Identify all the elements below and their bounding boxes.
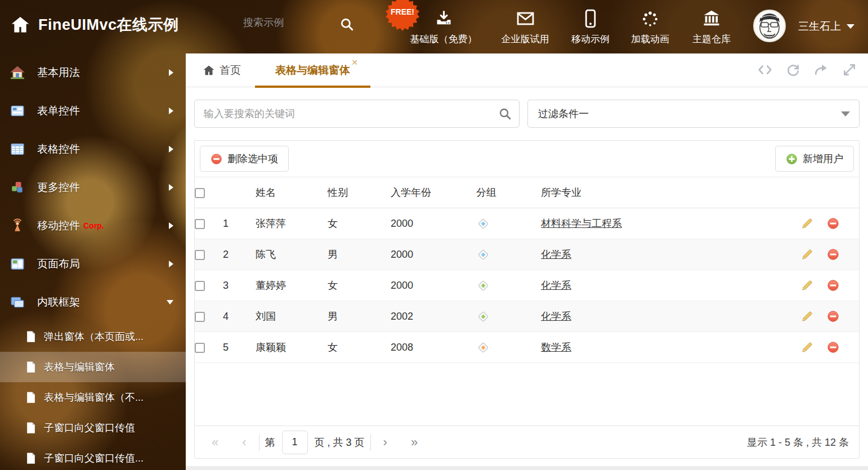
page-bottom-strip <box>186 466 868 470</box>
chevron-down-icon <box>847 24 854 29</box>
sidebar-item-grid-controls[interactable]: 表格控件 <box>0 130 186 168</box>
delete-row-icon[interactable] <box>827 310 839 323</box>
col-gender: 性别 <box>328 177 391 208</box>
row-checkbox[interactable] <box>195 219 205 229</box>
row-checkbox[interactable] <box>195 343 205 353</box>
sidebar-subitem-grid-edit-window-2[interactable]: 表格与编辑窗体（不... <box>0 382 186 413</box>
delete-row-icon[interactable] <box>827 217 839 230</box>
brand[interactable]: FineUIMvc在线示例 <box>10 15 179 35</box>
header-search-input[interactable] <box>243 17 333 29</box>
sidebar-item-page-layout[interactable]: 页面布局 <box>0 245 186 283</box>
prev-page-icon[interactable]: ‹ <box>235 435 253 450</box>
cubes-icon <box>10 180 25 195</box>
sidebar-item-form-controls[interactable]: 表单控件 <box>0 92 186 130</box>
sidebar-item-basic-usage[interactable]: 基本用法 <box>0 53 186 92</box>
sidebar-subitem-popup-window[interactable]: 弹出窗体（本页面或... <box>0 321 186 352</box>
sidebar-item-iframe[interactable]: 内联框架 <box>0 283 186 321</box>
cell-name: 刘国 <box>256 301 328 332</box>
user-grid-panel: 删除选中项 新增用户 姓名 性别 入学年份 分组 <box>194 140 860 459</box>
delete-selected-button[interactable]: 删除选中项 <box>200 146 289 172</box>
major-link[interactable]: 化学系 <box>541 311 571 322</box>
edit-pencil-icon[interactable] <box>801 279 813 292</box>
edit-pencil-icon[interactable] <box>801 217 813 230</box>
cell-name: 董婷婷 <box>256 270 328 301</box>
major-link[interactable]: 化学系 <box>541 280 571 291</box>
source-code-icon[interactable] <box>758 62 772 77</box>
delete-row-icon[interactable] <box>827 341 839 353</box>
home-icon <box>10 15 30 35</box>
row-checkbox[interactable] <box>195 312 205 322</box>
cell-year: 2002 <box>391 301 476 332</box>
pagination-bar: « ‹ 第 页 , 共 3 页 › » 显示 1 - 5 条 , 共 12 条 <box>195 426 859 458</box>
edit-pencil-icon[interactable] <box>801 341 813 353</box>
filter-row: 过滤条件一 <box>194 100 860 128</box>
first-page-icon[interactable]: « <box>205 435 225 450</box>
filter-dropdown[interactable]: 过滤条件一 <box>527 100 860 128</box>
sidebar-subitem-grid-edit-window[interactable]: 表格与编辑窗体 <box>0 352 186 382</box>
page-icon <box>25 330 37 343</box>
nav-basic-edition[interactable]: 基础版（免费） <box>410 9 477 46</box>
cell-name: 陈飞 <box>256 239 328 270</box>
sidebar-item-more-controls[interactable]: 更多控件 <box>0 168 186 207</box>
cell-name: 张萍萍 <box>256 208 328 239</box>
tag-icon <box>476 248 490 262</box>
top-header: FineUIMvc在线示例 FREE! 基础版（免费） 企业版试用 移动示例 <box>0 0 868 53</box>
page-icon <box>25 391 37 404</box>
page-label-before: 第 <box>265 436 275 449</box>
main-panel: 首页 表格与编辑窗体 ✕ 过滤条件一 <box>186 53 868 470</box>
major-link[interactable]: 数学系 <box>541 342 571 353</box>
search-icon[interactable] <box>498 107 512 120</box>
tab-grid-edit-window[interactable]: 表格与编辑窗体 ✕ <box>255 53 370 87</box>
row-checkbox[interactable] <box>195 281 205 291</box>
keyword-search-input[interactable] <box>194 100 520 128</box>
major-link[interactable]: 材料科学与工程系 <box>541 218 622 229</box>
spinner-icon <box>641 9 659 28</box>
add-user-button[interactable]: 新增用户 <box>775 146 854 172</box>
nav-mobile-demo[interactable]: 移动示例 <box>571 9 610 46</box>
delete-row-icon[interactable] <box>827 248 839 261</box>
nav-label: 基础版（免费） <box>410 33 477 46</box>
col-actions <box>800 177 859 208</box>
nav-enterprise-trial[interactable]: 企业版试用 <box>502 9 549 46</box>
user-name: 三生石上 <box>798 19 841 34</box>
edit-pencil-icon[interactable] <box>801 310 813 323</box>
sidebar-subitem-child-to-parent[interactable]: 子窗口向父窗口传值 <box>0 413 186 443</box>
edit-pencil-icon[interactable] <box>801 248 813 261</box>
sidebar-item-mobile-controls[interactable]: 移动控件 Corp. <box>0 207 186 245</box>
header-search-icon[interactable] <box>339 17 354 32</box>
filter-selected-value: 过滤条件一 <box>538 107 589 120</box>
page-number-input[interactable] <box>282 431 308 454</box>
col-major: 所学专业 <box>541 177 800 208</box>
page-icon <box>25 422 37 434</box>
tab-toolbar <box>758 62 857 77</box>
user-menu[interactable]: 三生石上 <box>798 19 854 34</box>
tab-close-icon[interactable]: ✕ <box>351 58 358 67</box>
plus-circle-icon <box>786 153 798 165</box>
corp-badge: Corp. <box>83 221 104 230</box>
layout-icon <box>10 257 25 271</box>
nav-loading-animation[interactable]: 加载动画 <box>631 9 669 46</box>
page-label-after: 页 , 共 3 页 <box>315 436 365 449</box>
last-page-icon[interactable]: » <box>404 435 424 450</box>
select-all-checkbox[interactable] <box>195 188 205 198</box>
cell-year: 2000 <box>391 208 476 239</box>
cell-gender: 女 <box>328 208 391 239</box>
open-new-window-icon[interactable] <box>814 62 829 77</box>
user-avatar[interactable] <box>753 10 786 42</box>
refresh-icon[interactable] <box>786 62 800 77</box>
bank-icon <box>702 9 721 28</box>
tab-home[interactable]: 首页 <box>203 53 241 87</box>
active-tab-underline <box>255 86 370 88</box>
table-row: 3 董婷婷 女 2000 化学系 <box>195 270 859 301</box>
chevron-right-icon <box>169 261 173 267</box>
nav-theme-store[interactable]: 主题仓库 <box>692 9 731 46</box>
major-link[interactable]: 化学系 <box>541 249 571 260</box>
sidebar-subitem-child-to-parent-2[interactable]: 子窗口向父窗口传值... <box>0 443 186 470</box>
fullscreen-icon[interactable] <box>842 62 857 77</box>
nav-label: 加载动画 <box>631 33 669 46</box>
next-page-icon[interactable]: › <box>377 435 394 450</box>
row-checkbox[interactable] <box>195 250 205 260</box>
delete-row-icon[interactable] <box>827 279 839 292</box>
tab-bar: 首页 表格与编辑窗体 ✕ <box>186 53 868 87</box>
user-table: 姓名 性别 入学年份 分组 所学专业 1 张萍萍 女 2000 <box>195 177 859 363</box>
